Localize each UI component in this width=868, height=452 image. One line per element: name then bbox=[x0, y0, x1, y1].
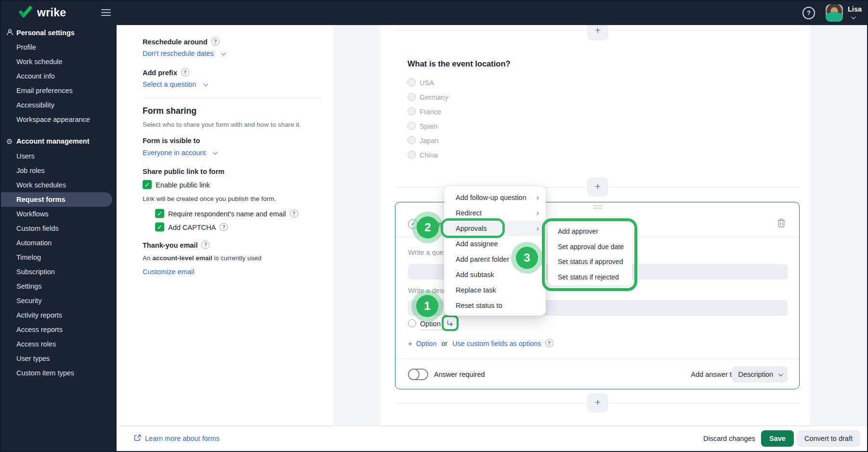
radio-icon[interactable] bbox=[408, 319, 416, 328]
sidebar-section-account-management[interactable]: Account management bbox=[16, 137, 89, 145]
add-answer-target-dropdown[interactable]: Description bbox=[732, 366, 788, 383]
help-icon[interactable] bbox=[220, 223, 228, 231]
help-icon[interactable] bbox=[290, 210, 298, 218]
enable-public-link-checkbox[interactable] bbox=[143, 180, 152, 189]
step-badge-3: 3 bbox=[511, 242, 543, 274]
radio-icon[interactable] bbox=[408, 136, 416, 145]
prefix-question-dropdown[interactable]: Select a question bbox=[143, 80, 196, 88]
sidebar-item-automation[interactable]: Automation bbox=[16, 239, 52, 247]
approvals-annotation bbox=[441, 218, 505, 238]
reschedule-dropdown[interactable]: Don't reschedule dates bbox=[143, 50, 214, 57]
chevron-down-icon bbox=[778, 372, 783, 376]
radio-icon[interactable] bbox=[408, 107, 416, 116]
require-name-email-label: Require respondent's name and email bbox=[168, 210, 286, 217]
question-option[interactable]: Germany bbox=[420, 93, 448, 101]
sidebar-item-work-schedules[interactable]: Work schedules bbox=[16, 181, 66, 189]
help-icon[interactable] bbox=[802, 7, 815, 19]
chevron-down-icon bbox=[221, 51, 226, 55]
question-option[interactable]: China bbox=[420, 151, 438, 159]
reschedule-around-label: Reschedule around bbox=[143, 38, 208, 45]
add-question-button-middle[interactable] bbox=[587, 177, 608, 197]
menu-item-reset-status-to[interactable]: Reset status to bbox=[444, 298, 546, 313]
convert-to-draft-button[interactable]: Convert to draft bbox=[797, 430, 860, 447]
wrike-logo[interactable]: wrike bbox=[18, 6, 66, 19]
sidebar-item-profile[interactable]: Profile bbox=[16, 43, 36, 51]
answer-required-toggle[interactable] bbox=[408, 369, 428, 380]
form-sharing-title: Form sharing bbox=[143, 106, 197, 116]
sidebar-item-custom-item-types[interactable]: Custom item types bbox=[16, 369, 74, 377]
sidebar-item-settings[interactable]: Settings bbox=[16, 282, 41, 290]
sidebar-item-access-reports[interactable]: Access reports bbox=[16, 326, 63, 333]
sidebar-item-work-schedule[interactable]: Work schedule bbox=[16, 58, 63, 66]
sidebar-item-activity-reports[interactable]: Activity reports bbox=[16, 311, 62, 319]
drag-handle-icon[interactable] bbox=[588, 203, 607, 210]
sidebar-item-request-forms[interactable]: Request forms bbox=[16, 196, 66, 203]
submenu-item-set-status-if-approved[interactable]: Set status if approved bbox=[548, 254, 632, 270]
wrike-check-icon bbox=[18, 6, 33, 19]
plus-icon: + bbox=[408, 339, 412, 347]
save-button[interactable]: Save bbox=[761, 430, 794, 447]
menu-item-add-follow-up-question[interactable]: Add follow-up question bbox=[444, 190, 546, 205]
sidebar-item-job-roles[interactable]: Job roles bbox=[16, 167, 45, 174]
sidebar-item-subscription[interactable]: Subscription bbox=[16, 268, 55, 276]
sidebar-item-timelog[interactable]: Timelog bbox=[16, 253, 41, 261]
annotation-inner-ring bbox=[443, 221, 502, 236]
question-option[interactable]: Japan bbox=[420, 136, 439, 144]
question-option[interactable]: USA bbox=[420, 79, 434, 86]
help-icon[interactable] bbox=[201, 241, 210, 249]
sidebar-item-account-info[interactable]: Account info bbox=[16, 72, 55, 80]
customize-email-link[interactable]: Customize email bbox=[143, 268, 194, 276]
use-custom-fields-link[interactable]: Use custom fields as options bbox=[452, 339, 541, 347]
sidebar-item-accessibility[interactable]: Accessibility bbox=[16, 101, 54, 109]
add-question-button-bottom[interactable] bbox=[587, 393, 608, 412]
public-link-note: Link will be created once you publish th… bbox=[143, 195, 276, 202]
or-label: or bbox=[442, 339, 447, 347]
radio-icon[interactable] bbox=[408, 122, 416, 130]
toggle-knob bbox=[408, 369, 420, 380]
sidebar-item-workflows[interactable]: Workflows bbox=[16, 210, 49, 218]
sidebar-item-security[interactable]: Security bbox=[16, 297, 41, 305]
question-title[interactable]: What is the event location? bbox=[408, 59, 511, 68]
redirect-icon[interactable] bbox=[444, 317, 457, 329]
submenu-item-set-approval-due-date[interactable]: Set approval due date bbox=[548, 239, 632, 255]
approvals-submenu: Add approver Set approval due date Set s… bbox=[548, 224, 632, 285]
help-icon[interactable] bbox=[211, 38, 220, 46]
step-badge-1: 1 bbox=[411, 290, 443, 322]
add-question-button-top[interactable] bbox=[587, 25, 608, 40]
trash-icon[interactable] bbox=[777, 218, 786, 230]
submenu-item-add-approver[interactable]: Add approver bbox=[548, 224, 632, 239]
add-option-link[interactable]: Option bbox=[416, 339, 437, 347]
menu-item-replace-task[interactable]: Replace task bbox=[444, 282, 546, 298]
brand-name: wrike bbox=[37, 6, 66, 19]
sidebar-item-custom-fields[interactable]: Custom fields bbox=[16, 225, 59, 232]
sidebar-item-user-types[interactable]: User types bbox=[16, 355, 50, 362]
help-icon[interactable] bbox=[181, 68, 189, 77]
answer-required-label: Answer required bbox=[434, 371, 485, 378]
hamburger-menu-icon[interactable] bbox=[101, 9, 111, 18]
external-link-icon bbox=[134, 434, 141, 443]
sidebar-item-access-roles[interactable]: Access roles bbox=[16, 340, 56, 348]
radio-icon[interactable] bbox=[408, 151, 416, 159]
add-captcha-label: Add CAPTCHA bbox=[168, 223, 216, 231]
avatar[interactable] bbox=[826, 4, 843, 22]
radio-icon[interactable] bbox=[408, 79, 416, 87]
sidebar-item-workspace-appearance[interactable]: Workspace appearance bbox=[16, 116, 90, 123]
sidebar-section-personal-settings[interactable]: Personal settings bbox=[16, 29, 75, 37]
question-option[interactable]: Spain bbox=[420, 122, 437, 130]
sidebar-item-email-preferences[interactable]: Email preferences bbox=[16, 87, 73, 94]
radio-icon[interactable] bbox=[408, 93, 416, 101]
question-option[interactable]: France bbox=[420, 107, 441, 115]
add-captcha-checkbox[interactable] bbox=[155, 223, 164, 232]
visibility-dropdown[interactable]: Everyone in account bbox=[143, 149, 206, 157]
sidebar: Personal settings Profile Work schedule … bbox=[1, 25, 117, 451]
learn-more-link[interactable]: Learn more about forms bbox=[134, 434, 220, 443]
submenu-arrow-icon bbox=[537, 221, 539, 236]
discard-changes-button[interactable]: Discard changes bbox=[703, 435, 755, 442]
user-menu[interactable]: Lisa bbox=[848, 5, 867, 21]
submenu-item-set-status-if-rejected[interactable]: Set status if rejected bbox=[548, 270, 632, 285]
chevron-down-icon bbox=[851, 14, 856, 19]
sidebar-item-users[interactable]: Users bbox=[16, 152, 35, 160]
require-name-email-checkbox[interactable] bbox=[155, 209, 164, 218]
submenu-arrow-icon bbox=[537, 205, 539, 221]
help-icon[interactable] bbox=[545, 339, 553, 347]
